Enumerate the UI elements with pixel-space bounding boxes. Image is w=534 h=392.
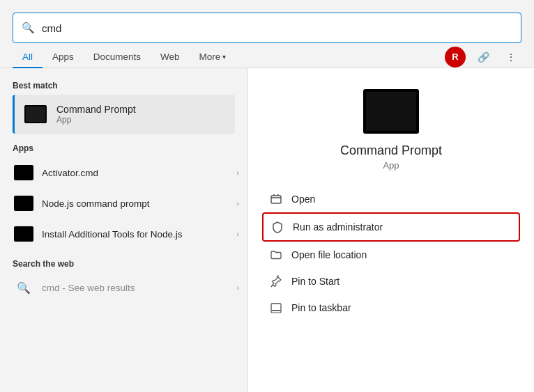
svg-rect-0 [271,196,281,203]
run-as-admin-action[interactable]: Run as administrator [262,212,520,242]
nodejs-tools-icon [13,225,35,243]
open-action[interactable]: Open [262,186,520,212]
pin-to-taskbar-action[interactable]: Pin to taskbar [262,295,520,321]
list-item[interactable]: Install Additional Tools for Node.js › [13,219,247,249]
list-item[interactable]: Activator.cmd › [13,157,247,188]
best-match-label: Best match [13,81,247,91]
chevron-right-icon: › [236,199,239,207]
open-file-location-action[interactable]: Open file location [262,242,520,268]
search-input[interactable] [42,22,512,34]
tabs-right-icons: R 🔗 ⋮ [445,47,521,68]
tab-web[interactable]: Web [151,46,190,68]
tab-all[interactable]: All [13,46,43,68]
chevron-down-icon: ▾ [222,53,226,61]
folder-icon [269,248,283,262]
right-panel: Command Prompt App Open [247,68,534,392]
tab-more[interactable]: More ▾ [190,46,236,68]
open-label: Open [291,194,315,205]
pin-to-start-label: Pin to Start [291,276,340,287]
app-name: Node.js command prompt [42,198,229,209]
web-search-item[interactable]: 🔍 cmd - See web results › [13,273,247,302]
tab-documents[interactable]: Documents [84,46,151,68]
nodejs-icon [13,194,35,212]
tab-apps[interactable]: Apps [43,46,84,68]
tabs-row: All Apps Documents Web More ▾ R 🔗 ⋮ [0,46,534,68]
search-icon: 🔍 [22,22,35,34]
chevron-right-icon: › [236,230,239,238]
detail-type: App [383,160,399,171]
user-avatar[interactable]: R [445,47,466,68]
search-icon: 🔍 [13,279,35,297]
list-item[interactable]: Node.js command prompt › [13,188,247,219]
main-content: Best match Command Prompt App Apps Activ… [0,68,534,392]
apps-section: Apps Activator.cmd › Node.js command pro… [13,143,247,249]
app-name: Activator.cmd [42,168,229,178]
more-options-icon[interactable]: ⋮ [501,47,521,68]
svg-rect-2 [271,311,281,313]
command-prompt-icon [23,102,48,127]
share-icon[interactable]: 🔗 [473,47,494,68]
web-section: Search the web 🔍 cmd - See web results › [13,259,247,302]
best-match-item[interactable]: Command Prompt App [13,95,235,134]
search-bar: 🔍 [13,13,521,43]
taskbar-icon [269,301,283,315]
web-search-text: cmd - See web results [42,283,229,293]
left-panel: Best match Command Prompt App Apps Activ… [0,68,247,392]
detail-name: Command Prompt [340,143,442,158]
pin-icon [269,274,283,288]
command-prompt-large-icon [363,89,419,134]
chevron-right-icon: › [236,168,239,177]
apps-label: Apps [13,143,247,153]
shield-icon [270,220,284,234]
chevron-right-icon: › [236,283,239,292]
best-match-name: Command Prompt [56,104,227,115]
open-icon [269,192,283,206]
app-name: Install Additional Tools for Node.js [42,229,229,240]
search-panel: 🔍 All Apps Documents Web More ▾ R 🔗 ⋮ [0,0,534,392]
pin-to-taskbar-label: Pin to taskbar [291,302,351,313]
activator-icon [13,164,35,182]
web-label: Search the web [13,259,247,269]
svg-rect-1 [271,304,281,311]
action-list: Open Run as administrator [248,186,534,321]
run-as-admin-label: Run as administrator [293,221,383,233]
best-match-type: App [56,115,227,125]
open-file-location-label: Open file location [291,249,367,260]
pin-to-start-action[interactable]: Pin to Start [262,268,520,295]
